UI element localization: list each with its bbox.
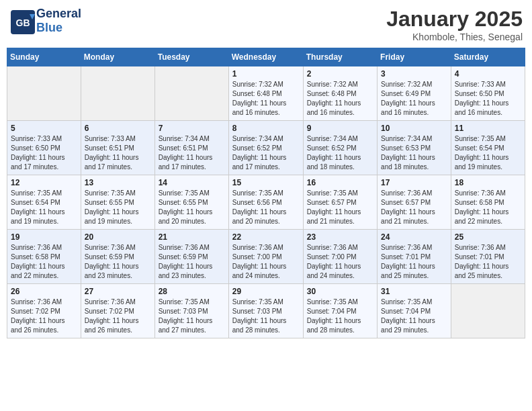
day-info: Sunrise: 7:34 AMSunset: 6:53 PMDaylight:… xyxy=(381,134,447,172)
calendar-day-cell: 25Sunrise: 7:36 AMSunset: 7:01 PMDayligh… xyxy=(451,230,525,284)
calendar-day-cell: 2Sunrise: 7:32 AMSunset: 6:48 PMDaylight… xyxy=(303,66,377,121)
logo-text: General Blue xyxy=(36,7,81,35)
day-number: 16 xyxy=(307,178,373,187)
calendar-header: SundayMondayTuesdayWednesdayThursdayFrid… xyxy=(7,48,525,66)
calendar-day-cell: 12Sunrise: 7:35 AMSunset: 6:54 PMDayligh… xyxy=(7,175,81,230)
day-number: 11 xyxy=(455,124,521,133)
day-info: Sunrise: 7:33 AMSunset: 6:50 PMDaylight:… xyxy=(455,80,521,118)
page-subtitle: Khombole, Thies, Senegal xyxy=(386,32,523,42)
calendar-day-cell: 29Sunrise: 7:35 AMSunset: 7:03 PMDayligh… xyxy=(228,284,303,338)
logo-general: General xyxy=(36,7,81,20)
title-area: January 2025 Khombole, Thies, Senegal xyxy=(386,7,523,42)
day-info: Sunrise: 7:34 AMSunset: 6:52 PMDaylight:… xyxy=(307,134,373,172)
calendar-week-row: 12Sunrise: 7:35 AMSunset: 6:54 PMDayligh… xyxy=(7,175,525,230)
day-number: 20 xyxy=(85,232,151,242)
calendar-day-cell xyxy=(451,284,525,338)
calendar-day-cell: 19Sunrise: 7:36 AMSunset: 6:58 PMDayligh… xyxy=(7,230,81,284)
day-info: Sunrise: 7:35 AMSunset: 7:04 PMDaylight:… xyxy=(307,298,373,335)
calendar-week-row: 5Sunrise: 7:33 AMSunset: 6:50 PMDaylight… xyxy=(7,121,525,175)
day-info: Sunrise: 7:34 AMSunset: 6:51 PMDaylight:… xyxy=(159,134,225,172)
day-number: 5 xyxy=(11,124,77,133)
day-info: Sunrise: 7:35 AMSunset: 7:03 PMDaylight:… xyxy=(232,298,300,335)
day-info: Sunrise: 7:36 AMSunset: 7:00 PMDaylight:… xyxy=(307,243,373,281)
day-number: 4 xyxy=(455,69,521,79)
day-number: 22 xyxy=(232,232,300,242)
weekday-header: Monday xyxy=(81,48,154,66)
day-number: 27 xyxy=(85,287,151,296)
day-info: Sunrise: 7:32 AMSunset: 6:48 PMDaylight:… xyxy=(307,80,373,118)
day-info: Sunrise: 7:35 AMSunset: 6:54 PMDaylight:… xyxy=(11,189,77,226)
day-number: 3 xyxy=(381,69,447,79)
day-info: Sunrise: 7:32 AMSunset: 6:49 PMDaylight:… xyxy=(381,80,447,118)
logo-blue: Blue xyxy=(36,21,62,34)
day-info: Sunrise: 7:35 AMSunset: 7:03 PMDaylight:… xyxy=(159,298,225,335)
svg-text:GB: GB xyxy=(16,17,30,28)
page-title: January 2025 xyxy=(386,7,523,32)
calendar-week-row: 1Sunrise: 7:32 AMSunset: 6:48 PMDaylight… xyxy=(7,66,525,121)
day-info: Sunrise: 7:36 AMSunset: 6:58 PMDaylight:… xyxy=(11,243,77,281)
day-number: 9 xyxy=(307,124,373,133)
calendar-day-cell: 13Sunrise: 7:35 AMSunset: 6:55 PMDayligh… xyxy=(81,175,154,230)
day-number: 30 xyxy=(307,287,373,296)
calendar-day-cell: 8Sunrise: 7:34 AMSunset: 6:52 PMDaylight… xyxy=(228,121,303,175)
day-number: 15 xyxy=(232,178,300,187)
calendar-day-cell: 3Sunrise: 7:32 AMSunset: 6:49 PMDaylight… xyxy=(378,66,451,121)
day-info: Sunrise: 7:36 AMSunset: 6:57 PMDaylight:… xyxy=(381,189,447,226)
calendar-day-cell: 4Sunrise: 7:33 AMSunset: 6:50 PMDaylight… xyxy=(451,66,525,121)
day-info: Sunrise: 7:35 AMSunset: 6:56 PMDaylight:… xyxy=(232,189,300,226)
calendar-day-cell: 9Sunrise: 7:34 AMSunset: 6:52 PMDaylight… xyxy=(303,121,377,175)
day-number: 17 xyxy=(381,178,447,187)
day-number: 24 xyxy=(381,232,447,242)
day-info: Sunrise: 7:35 AMSunset: 7:04 PMDaylight:… xyxy=(381,298,447,335)
day-info: Sunrise: 7:36 AMSunset: 6:59 PMDaylight:… xyxy=(85,243,151,281)
day-number: 28 xyxy=(159,287,225,296)
day-info: Sunrise: 7:36 AMSunset: 7:01 PMDaylight:… xyxy=(455,243,521,281)
calendar-day-cell: 28Sunrise: 7:35 AMSunset: 7:03 PMDayligh… xyxy=(154,284,228,338)
day-number: 29 xyxy=(232,287,300,296)
calendar-day-cell: 17Sunrise: 7:36 AMSunset: 6:57 PMDayligh… xyxy=(378,175,451,230)
day-info: Sunrise: 7:33 AMSunset: 6:50 PMDaylight:… xyxy=(11,134,77,172)
day-number: 31 xyxy=(381,287,447,296)
day-info: Sunrise: 7:34 AMSunset: 6:52 PMDaylight:… xyxy=(232,134,300,172)
day-info: Sunrise: 7:36 AMSunset: 7:02 PMDaylight:… xyxy=(11,298,77,335)
weekday-header: Wednesday xyxy=(228,48,303,66)
calendar-table: SundayMondayTuesdayWednesdayThursdayFrid… xyxy=(7,48,525,338)
calendar-day-cell: 18Sunrise: 7:36 AMSunset: 6:58 PMDayligh… xyxy=(451,175,525,230)
calendar-day-cell xyxy=(154,66,228,121)
day-info: Sunrise: 7:36 AMSunset: 7:02 PMDaylight:… xyxy=(85,298,151,335)
calendar-day-cell xyxy=(81,66,154,121)
calendar-day-cell: 10Sunrise: 7:34 AMSunset: 6:53 PMDayligh… xyxy=(378,121,451,175)
calendar-day-cell: 1Sunrise: 7:32 AMSunset: 6:48 PMDaylight… xyxy=(228,66,303,121)
calendar-day-cell: 11Sunrise: 7:35 AMSunset: 6:54 PMDayligh… xyxy=(451,121,525,175)
calendar-day-cell: 26Sunrise: 7:36 AMSunset: 7:02 PMDayligh… xyxy=(7,284,81,338)
day-number: 18 xyxy=(455,178,521,187)
day-info: Sunrise: 7:35 AMSunset: 6:54 PMDaylight:… xyxy=(455,134,521,172)
calendar-day-cell: 5Sunrise: 7:33 AMSunset: 6:50 PMDaylight… xyxy=(7,121,81,175)
day-number: 6 xyxy=(85,124,151,133)
day-number: 7 xyxy=(159,124,225,133)
weekday-header: Tuesday xyxy=(154,48,228,66)
calendar-day-cell: 15Sunrise: 7:35 AMSunset: 6:56 PMDayligh… xyxy=(228,175,303,230)
calendar-week-row: 26Sunrise: 7:36 AMSunset: 7:02 PMDayligh… xyxy=(7,284,525,338)
calendar-day-cell: 23Sunrise: 7:36 AMSunset: 7:00 PMDayligh… xyxy=(303,230,377,284)
day-number: 2 xyxy=(307,69,373,79)
calendar-week-row: 19Sunrise: 7:36 AMSunset: 6:58 PMDayligh… xyxy=(7,230,525,284)
day-number: 19 xyxy=(11,232,77,242)
day-info: Sunrise: 7:32 AMSunset: 6:48 PMDaylight:… xyxy=(232,80,300,118)
day-info: Sunrise: 7:35 AMSunset: 6:57 PMDaylight:… xyxy=(307,189,373,226)
calendar-day-cell: 22Sunrise: 7:36 AMSunset: 7:00 PMDayligh… xyxy=(228,230,303,284)
calendar-day-cell: 6Sunrise: 7:33 AMSunset: 6:51 PMDaylight… xyxy=(81,121,154,175)
day-number: 13 xyxy=(85,178,151,187)
day-number: 8 xyxy=(232,124,300,133)
calendar-day-cell: 21Sunrise: 7:36 AMSunset: 6:59 PMDayligh… xyxy=(154,230,228,284)
weekday-header: Friday xyxy=(378,48,451,66)
logo-icon: GB xyxy=(9,9,34,33)
day-info: Sunrise: 7:36 AMSunset: 7:01 PMDaylight:… xyxy=(381,243,447,281)
page-header: GB General Blue January 2025 Khombole, T… xyxy=(7,7,525,42)
calendar-day-cell: 14Sunrise: 7:35 AMSunset: 6:55 PMDayligh… xyxy=(154,175,228,230)
calendar-day-cell: 7Sunrise: 7:34 AMSunset: 6:51 PMDaylight… xyxy=(154,121,228,175)
day-info: Sunrise: 7:36 AMSunset: 6:58 PMDaylight:… xyxy=(455,189,521,226)
calendar-day-cell: 27Sunrise: 7:36 AMSunset: 7:02 PMDayligh… xyxy=(81,284,154,338)
calendar-day-cell: 30Sunrise: 7:35 AMSunset: 7:04 PMDayligh… xyxy=(303,284,377,338)
day-number: 12 xyxy=(11,178,77,187)
